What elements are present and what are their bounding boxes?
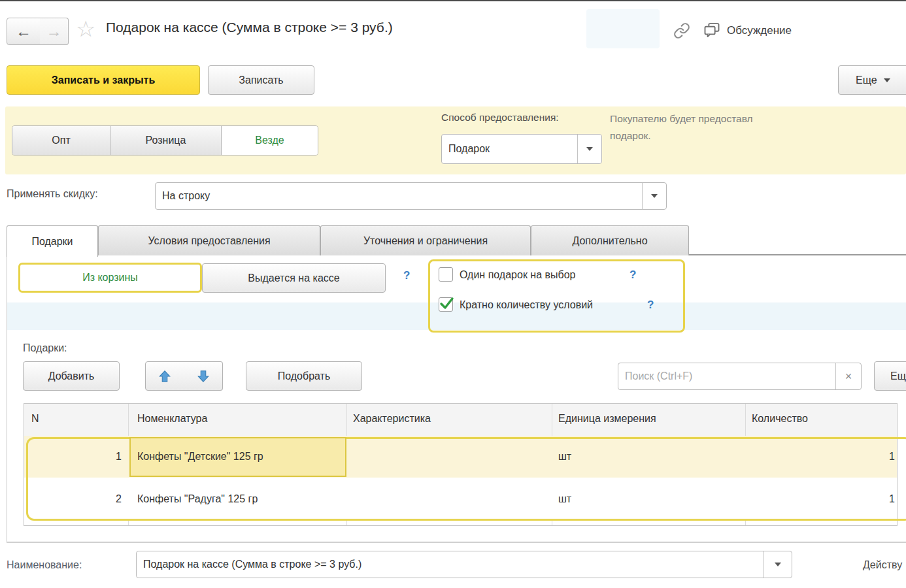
page-title: Подарок на кассе (Сумма в строке >= 3 ру… — [106, 20, 393, 35]
discussion-label[interactable]: Обсуждение — [727, 24, 792, 37]
chevron-down-icon — [775, 563, 781, 566]
collab-highlight — [586, 9, 660, 48]
tab-content-left-border — [7, 255, 7, 542]
column-header-unit: Единица измерения — [558, 413, 741, 425]
method-dropdown-button[interactable] — [577, 135, 601, 163]
scope-hint-line2: подарок. — [610, 130, 651, 142]
chevron-down-icon — [884, 78, 890, 82]
column-header-n: N — [31, 413, 123, 425]
table-more-button[interactable]: Еще — [874, 361, 906, 391]
close-icon: × — [845, 370, 852, 384]
link-icon[interactable] — [673, 22, 690, 42]
save-button[interactable]: Записать — [208, 65, 314, 95]
cell-n[interactable]: 1 — [30, 451, 122, 463]
source-from-cart-button[interactable]: Из корзины — [18, 263, 202, 293]
more-commands-label: Еще — [856, 74, 877, 86]
cell-unit[interactable]: шт — [558, 493, 741, 505]
method-dropdown[interactable]: Подарок — [441, 134, 602, 164]
multiple-conditions-help-icon[interactable]: ? — [647, 299, 654, 312]
scope-option-label: Опт — [52, 135, 70, 146]
cell-unit[interactable]: шт — [558, 451, 741, 463]
discussion-icon[interactable] — [703, 21, 721, 42]
apply-discount-dropdown[interactable]: На строку — [155, 182, 667, 210]
forward-button[interactable]: → — [40, 18, 69, 45]
arrow-down-icon — [196, 369, 210, 384]
tab-utochneniya[interactable]: Уточнения и ограничения — [320, 225, 531, 255]
table-more-label: Еще — [890, 370, 906, 382]
favorite-star-icon[interactable]: ☆ — [76, 16, 95, 42]
arrow-up-icon — [158, 369, 172, 384]
scope-option-roznitsa[interactable]: Розница — [110, 126, 222, 155]
search-field[interactable]: × — [618, 363, 862, 390]
pick-button[interactable]: Подобрать — [246, 361, 362, 391]
name-dropdown-button[interactable] — [763, 551, 792, 578]
tab-podarki[interactable]: Подарки — [7, 225, 98, 257]
move-down-button[interactable] — [184, 361, 223, 391]
scope-option-opt[interactable]: Опт — [12, 126, 110, 155]
one-gift-checkbox[interactable] — [439, 267, 453, 282]
scope-segmented-control: Опт Розница Везде — [12, 125, 318, 155]
column-header-characteristic: Характеристика — [353, 413, 546, 425]
window-top-border — [0, 0, 906, 1]
tab-content-bottom-border — [7, 542, 906, 543]
tab-dopolnitelno[interactable]: Дополнительно — [531, 225, 689, 255]
apply-discount-label: Применять скидку: — [7, 188, 98, 200]
method-label: Способ предоставления: — [441, 112, 559, 123]
source-help-icon[interactable]: ? — [403, 269, 410, 282]
back-button[interactable]: ← — [7, 18, 41, 45]
name-field[interactable]: Подарок на кассе (Сумма в строке >= 3 ру… — [136, 551, 792, 578]
apply-discount-dropdown-button[interactable] — [642, 183, 666, 209]
more-commands-button[interactable]: Еще — [838, 65, 906, 95]
multiple-conditions-label[interactable]: Кратно количеству условий — [460, 299, 593, 311]
method-value: Подарок — [442, 143, 577, 155]
tab-label: Условия предоставления — [148, 235, 270, 247]
forward-arrow-icon: → — [46, 22, 62, 41]
multiple-conditions-checkbox[interactable] — [439, 297, 453, 312]
tab-label: Дополнительно — [572, 235, 647, 247]
scope-option-label: Розница — [146, 135, 186, 146]
scope-option-vezde[interactable]: Везде — [222, 126, 318, 155]
scope-option-label: Везде — [255, 135, 284, 146]
search-clear-button[interactable]: × — [835, 363, 861, 389]
apply-discount-value: На строку — [156, 190, 642, 202]
cell-nomenclature[interactable]: Конфеты "Детские" 125 гр — [137, 451, 344, 463]
back-arrow-icon: ← — [16, 22, 31, 41]
chevron-down-icon — [586, 147, 593, 151]
tab-usloviya[interactable]: Условия предоставления — [98, 225, 320, 255]
cell-quantity[interactable]: 1 — [752, 493, 895, 505]
cell-nomenclature[interactable]: Конфеты "Радуга" 125 гр — [137, 493, 344, 505]
name-label: Наименование: — [7, 559, 82, 571]
move-up-button[interactable] — [145, 361, 184, 391]
search-input[interactable] — [618, 363, 835, 389]
gift-discount-form: ← → ☆ Подарок на кассе (Сумма в строке >… — [0, 0, 906, 588]
one-gift-label[interactable]: Один подарок на выбор — [460, 269, 575, 281]
add-button[interactable]: Добавить — [23, 361, 120, 391]
cell-quantity[interactable]: 1 — [752, 451, 895, 463]
one-gift-help-icon[interactable]: ? — [629, 269, 636, 282]
column-header-quantity: Количество — [752, 413, 892, 425]
scope-hint-line1: Покупателю будет предоставл — [610, 113, 753, 125]
tab-label: Подарки — [31, 236, 73, 248]
source-at-checkout-button[interactable]: Выдается на кассе — [202, 263, 386, 293]
name-value: Подарок на кассе (Сумма в строке >= 3 ру… — [137, 559, 763, 570]
cell-n[interactable]: 2 — [30, 493, 122, 505]
tab-label: Уточнения и ограничения — [363, 235, 488, 247]
save-and-close-button[interactable]: Записать и закрыть — [7, 65, 200, 95]
chevron-down-icon — [651, 194, 658, 198]
column-header-nomenclature: Номенклатура — [137, 413, 340, 425]
gifts-section-label: Подарки: — [23, 342, 67, 354]
checkmark-icon — [438, 295, 455, 311]
status-partial-label: Действу — [863, 559, 902, 571]
